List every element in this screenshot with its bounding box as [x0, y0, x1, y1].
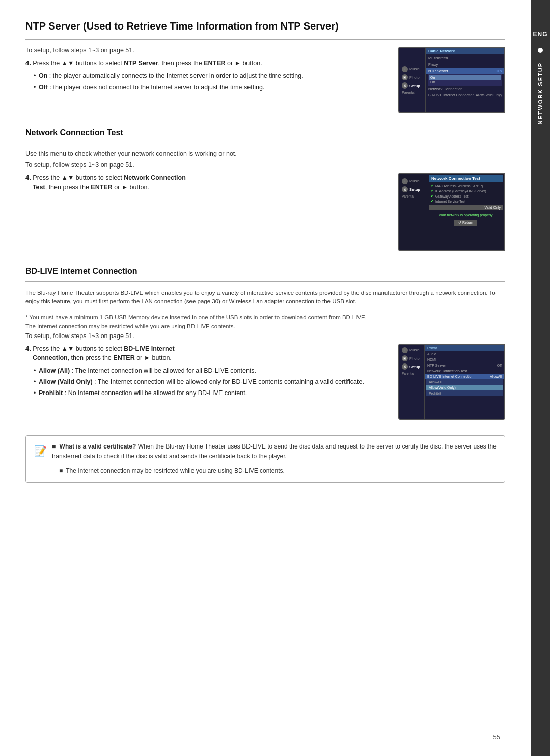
bdlive-tv-screen: ♪Music ▣Photo ⚙Setup Parental Proxy — [398, 344, 505, 420]
ntp-cat-parental: Parental — [399, 90, 425, 95]
nettest-content-row: 4. Press the ▲▼ buttons to select Networ… — [25, 173, 505, 251]
nettest-subtitle: Network Connection Test — [25, 128, 505, 137]
bdlive-music-icon: ♪ — [402, 347, 408, 353]
nettest-setup-note: To setup, follow steps 1~3 on page 51. — [25, 161, 505, 169]
ntp-step4-text: Press the ▲▼ buttons to select NTP Serve… — [33, 60, 262, 67]
nettest-divider — [25, 143, 505, 143]
bdlive-cat-parental: Parental — [399, 371, 424, 376]
bdlive-bullets: Allow (All) : The Internet connection wi… — [25, 366, 388, 398]
main-content: NTP Server (Used to Retrieve Time Inform… — [0, 0, 531, 756]
ntp-bullet-1: On : the player automatically connects t… — [34, 71, 388, 81]
nettest-tv-inner: ♪Music ⚙Setup Parental Network Connectio… — [399, 174, 504, 227]
nettest-desc: Use this menu to check whether your netw… — [25, 150, 505, 157]
bdlive-setup-note: To setup, follow steps 1~3 on page 51. — [25, 332, 505, 340]
ntp-content-row: To setup, follow steps 1~3 on page 51. 4… — [25, 47, 505, 113]
ntp-bold1: NTP Server — [124, 60, 158, 67]
right-tab: ENG NETWORK SETUP — [531, 0, 550, 756]
nettest-tv-right: Network Connection Test ✔ MAC Address (W… — [427, 174, 504, 227]
nettest-bold3: ENTER — [91, 184, 112, 191]
ntp-tv-right-col: Cable Network Multiscreen Proxy NTP Serv… — [426, 48, 504, 112]
check1-text: MAC Address (Wireless LAN: P) — [435, 184, 483, 188]
ntp-tv-left-col: ♪Music ▣Photo ⚙Setup Parental — [399, 48, 426, 112]
bdlive-content-row: 4. Press the ▲▼ buttons to select BD-LIV… — [25, 344, 505, 420]
ntp-setup-note: To setup, follow steps 1~3 on page 51. — [25, 47, 388, 54]
ntp-menu-bdlive-value: Allow (Valid Only) — [476, 93, 502, 97]
bdlive-connection-value: AllowAll — [490, 375, 502, 378]
bdlive-item-ntp: NTP Server Off — [425, 362, 504, 368]
ntp-cat-setup: ⚙Setup — [399, 81, 425, 90]
bdlive-tv-inner: ♪Music ▣Photo ⚙Setup Parental Proxy — [399, 345, 504, 419]
nettest-tv-screen: ♪Music ⚙Setup Parental Network Connectio… — [398, 173, 505, 251]
ntp-menu-netconn-label: Network Connection — [428, 87, 463, 91]
check1-mark: ✔ — [431, 184, 434, 188]
nettest-cat-parental: Parental — [399, 193, 427, 199]
bdlive-bullet-2: Allow (Valid Only) : The Internet connec… — [34, 377, 388, 387]
nettest-check-2: ✔ IP Address (Gateway/DNS Server) — [429, 188, 503, 193]
bdlive-hdmi-label: HDMI — [427, 358, 436, 361]
bdlive-text-block: 4. Press the ▲▼ buttons to select BD-LIV… — [25, 344, 388, 401]
music-icon: ♪ — [402, 66, 408, 72]
bdlive-nettest-label: Network Connection-Test — [427, 369, 467, 373]
ntp-dropdown-on: On — [429, 75, 501, 80]
nettest-check-4: ✔ Internet Service Test — [429, 199, 503, 204]
ntp-bullet-2: Off : the player does not connect to the… — [34, 82, 388, 92]
bdlive-note1: * You must have a minimum 1 GB USB Memor… — [25, 314, 505, 320]
bdlive-cat-setup: ⚙Setup — [399, 362, 424, 371]
bdlive-step4-num: 4. — [25, 345, 31, 352]
ntp-dropdown-off: Off — [429, 80, 501, 85]
nettest-title-bar: Network Connection Test — [429, 175, 503, 182]
nettest-step4-num: 4. — [25, 174, 31, 181]
ntp-menu-ntpserver-label: NTP Server — [428, 69, 448, 73]
bdlive-opt-prohibit: Prohibit — [426, 390, 503, 396]
bdlive-bullet-2-bold: Allow (Valid Only) — [39, 378, 93, 385]
ntp-cat-photo: ▣Photo — [399, 73, 425, 81]
bdlive-item-nettest: Network Connection-Test — [425, 368, 504, 374]
ntp-bold2: ENTER — [204, 60, 225, 67]
bdlive-step4-text: Press the ▲▼ buttons to select BD-LIVE I… — [25, 345, 175, 362]
bdlive-bullet-3-bold: Prohibit — [39, 389, 63, 397]
bdlive-bullet-1-bold: Allow (All) — [39, 367, 70, 374]
photo-icon: ▣ — [402, 74, 408, 80]
bdlive-bold2: Connection — [33, 354, 68, 361]
nettest-text-block: 4. Press the ▲▼ buttons to select Networ… — [25, 173, 388, 195]
bdlive-section: BD-LIVE Internet Connection The Blu-ray … — [25, 267, 505, 420]
nettest-tv-left: ♪Music ⚙Setup Parental — [399, 174, 427, 227]
ntp-menu-proxy: Proxy — [426, 61, 504, 68]
bdlive-step4: 4. Press the ▲▼ buttons to select BD-LIV… — [25, 344, 388, 363]
check2-mark: ✔ — [431, 189, 434, 193]
eng-label: ENG — [533, 31, 547, 38]
check4-mark: ✔ — [431, 199, 434, 203]
note-bullet-marker: ■ — [59, 466, 63, 476]
ntp-text-block: To setup, follow steps 1~3 on page 51. 4… — [25, 47, 388, 95]
bdlive-connection-label: BD-LIVE Internet Connection — [427, 375, 473, 378]
ntp-bullet-2-bold: Off — [39, 83, 48, 91]
ntp-title: NTP Server (Used to Retrieve Time Inform… — [25, 20, 505, 32]
page-number: 55 — [493, 733, 500, 741]
bdlive-bold3: ENTER — [113, 354, 134, 361]
bdlive-cat-photo: ▣Photo — [399, 354, 424, 362]
page-container: NTP Server (Used to Retrieve Time Inform… — [0, 0, 550, 756]
bdlive-subtitle: BD-LIVE Internet Connection — [25, 267, 505, 276]
ntp-menu-netconn: Network Connection — [426, 86, 504, 92]
bdlive-bullet-1-text: : The Internet connection will be allowe… — [70, 367, 256, 374]
note-content: ■ What is a valid certificate? When the … — [52, 442, 497, 477]
nettest-valid-only: Valid Only — [429, 205, 503, 210]
nettest-step4-text: Press the ▲▼ buttons to select Network C… — [25, 174, 186, 191]
bdlive-note2: The Internet connection may be restricte… — [25, 323, 505, 329]
note-para1: ■ What is a valid certificate? When the … — [52, 442, 497, 461]
ntp-menu-multiscreen: Multiscreen — [426, 54, 504, 61]
ntp-menu-ntpserver-value: On — [497, 69, 502, 73]
network-setup-label: NETWORK SETUP — [537, 62, 543, 125]
nettest-check-1: ✔ MAC Address (Wireless LAN: P) — [429, 183, 503, 188]
check2-text: IP Address (Gateway/DNS Server) — [435, 189, 486, 193]
note-bullet-2-text: The Internet connection may be restricte… — [66, 466, 285, 476]
ntp-bullet-1-bold: On — [39, 72, 47, 79]
note-box: 📝 ■ What is a valid certificate? When th… — [25, 435, 505, 483]
bdlive-audio-label: Audio — [427, 352, 436, 356]
bdlive-bullet-3: Prohibit : No Internet connection will b… — [34, 388, 388, 398]
right-tab-dot — [538, 48, 543, 53]
bdlive-item-connection: BD-LIVE Internet Connection AllowAll — [425, 374, 504, 379]
bdlive-opt-allowall: AllowAll — [426, 379, 503, 385]
nettest-bold2: Test — [33, 184, 45, 191]
ntp-bullet-1-text: : the player automatically connects to t… — [47, 72, 303, 79]
